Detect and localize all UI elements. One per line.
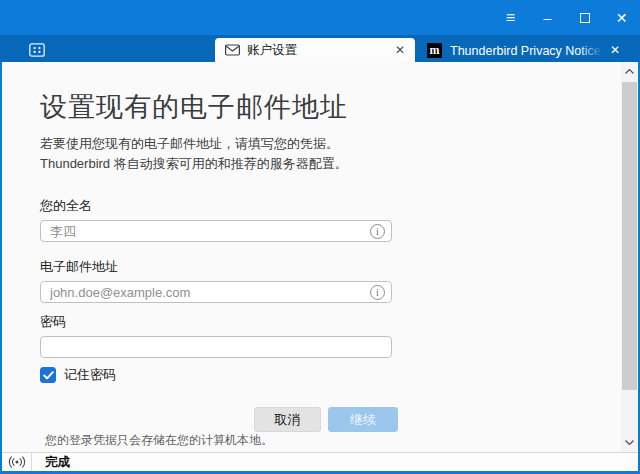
tab-close-icon[interactable]: ✕ [610, 43, 620, 57]
tab-account-setup[interactable]: 账户设置 ✕ [215, 38, 415, 62]
hamburger-menu-icon: ≡ [506, 9, 515, 27]
subtitle-line-2: Thunderbird 将自动搜索可用的和推荐的服务器配置。 [40, 154, 398, 174]
fullname-input[interactable] [40, 220, 392, 242]
offline-indicator-button[interactable] [2, 453, 32, 471]
remember-password-label: 记住密码 [64, 366, 116, 384]
info-icon[interactable]: i [370, 224, 385, 239]
page-title: 设置现有的电子邮件地址 [40, 91, 398, 123]
minimize-button[interactable]: – [529, 0, 566, 35]
title-bar: ≡ – ✕ [0, 0, 640, 36]
fullname-label: 您的全名 [40, 197, 392, 215]
status-text: 完成 [32, 453, 70, 471]
maximize-button[interactable] [566, 0, 603, 35]
maximize-icon [580, 13, 590, 23]
scroll-down-arrow-icon[interactable] [621, 435, 638, 450]
tab-bar: 账户设置 ✕ m Thunderbird Privacy Notice — M … [0, 36, 640, 62]
account-setup-page: 设置现有的电子邮件地址 若要使用您现有的电子邮件地址，请填写您的凭据。 Thun… [2, 62, 638, 452]
subtitle-line-1: 若要使用您现有的电子邮件地址，请填写您的凭据。 [40, 134, 398, 154]
scrollbar-thumb[interactable] [622, 82, 637, 390]
tab-label-fade [580, 41, 602, 59]
password-input[interactable] [40, 336, 392, 358]
scroll-up-arrow-icon[interactable] [621, 64, 638, 79]
close-window-button[interactable]: ✕ [603, 0, 640, 35]
cancel-button[interactable]: 取消 [254, 407, 321, 432]
spaces-toolbar-button[interactable] [28, 42, 46, 57]
close-icon: ✕ [616, 10, 628, 26]
remember-password-checkbox[interactable] [40, 367, 56, 383]
mozilla-favicon: m [427, 43, 442, 58]
spaces-grid-icon [29, 43, 45, 57]
info-icon[interactable]: i [370, 285, 385, 300]
app-menu-button[interactable]: ≡ [492, 0, 529, 35]
tab-close-icon[interactable]: ✕ [395, 43, 405, 57]
status-bar: 完成 [2, 452, 638, 471]
minimize-icon: – [544, 10, 552, 26]
checkmark-icon [43, 371, 54, 380]
credentials-footnote: 您的登录凭据只会存储在您的计算机本地。 [45, 432, 273, 449]
tab-account-setup-label: 账户设置 [247, 42, 297, 59]
radio-broadcast-icon [8, 456, 26, 468]
continue-button[interactable]: 继续 [328, 407, 398, 432]
email-label: 电子邮件地址 [40, 258, 392, 276]
password-label: 密码 [40, 313, 392, 331]
thunderbird-window: ≡ – ✕ 账户设置 ✕ m [0, 0, 640, 474]
vertical-scrollbar[interactable] [621, 62, 638, 452]
email-input[interactable] [40, 281, 392, 303]
envelope-settings-icon [225, 44, 240, 56]
tab-privacy-notice[interactable]: m Thunderbird Privacy Notice — M ✕ [421, 38, 632, 62]
